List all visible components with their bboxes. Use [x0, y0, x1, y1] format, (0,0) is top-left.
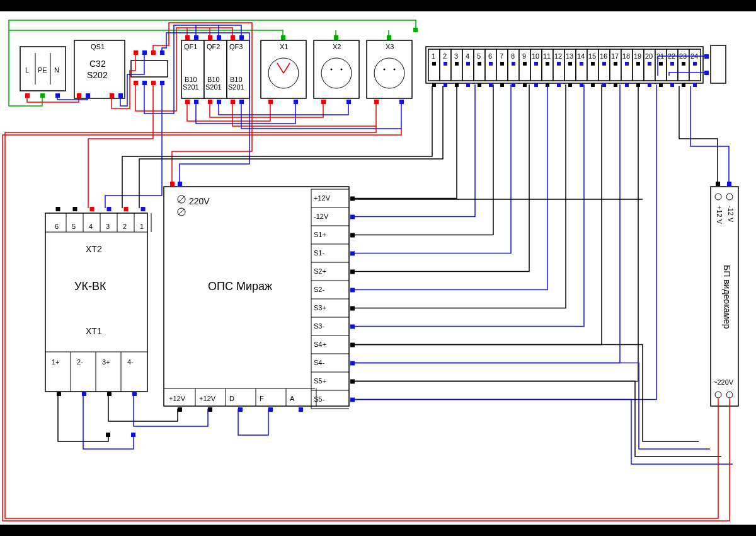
- svg-rect-119: [568, 83, 572, 87]
- svg-rect-10: [110, 93, 114, 98]
- svg-text:18: 18: [622, 52, 630, 60]
- breaker-qf1: QF1 B10 S201: [181, 35, 204, 104]
- svg-rect-182: [141, 207, 146, 211]
- svg-rect-267: [299, 407, 303, 412]
- svg-text:QF2: QF2: [207, 43, 220, 50]
- svg-text:B10: B10: [230, 76, 243, 83]
- svg-text:11: 11: [543, 52, 551, 60]
- svg-rect-78: [455, 62, 459, 66]
- svg-text:S3+: S3+: [314, 304, 326, 312]
- svg-rect-155: [670, 83, 674, 87]
- svg-rect-49: [268, 100, 273, 104]
- svg-rect-285: [131, 433, 135, 437]
- svg-text:17: 17: [611, 52, 619, 60]
- svg-rect-58: [346, 100, 351, 104]
- svg-rect-74: [444, 62, 447, 66]
- terminal-strip: 123456789101112131415161718192021222324: [426, 47, 703, 87]
- svg-rect-50: [294, 100, 298, 104]
- socket-x1: X1: [261, 35, 306, 104]
- svg-text:QF3: QF3: [229, 43, 243, 50]
- svg-text:X1: X1: [280, 43, 288, 50]
- svg-rect-65: [374, 100, 379, 104]
- svg-rect-94: [500, 62, 504, 66]
- svg-text:2-: 2-: [77, 358, 83, 366]
- svg-text:S4-: S4-: [314, 359, 324, 366]
- svg-rect-126: [591, 62, 595, 66]
- svg-rect-195: [107, 392, 112, 396]
- svg-text:S1+: S1+: [314, 231, 326, 238]
- svg-rect-28: [194, 100, 198, 104]
- svg-rect-162: [693, 62, 697, 66]
- svg-text:~220V: ~220V: [713, 378, 734, 386]
- svg-text:2: 2: [443, 52, 447, 60]
- svg-rect-146: [648, 62, 651, 66]
- svg-text:B10: B10: [185, 76, 197, 83]
- svg-text:+12V: +12V: [169, 395, 186, 402]
- svg-text:S201: S201: [205, 83, 222, 91]
- svg-text:S2+: S2+: [314, 267, 326, 275]
- svg-rect-173: [90, 207, 94, 211]
- svg-rect-284: [106, 433, 110, 437]
- svg-text:+12V: +12V: [199, 395, 216, 402]
- svg-rect-71: [432, 83, 436, 87]
- svg-rect-122: [580, 62, 583, 66]
- input-PE: PE: [38, 66, 47, 74]
- ops-name: ОПС Мираж: [208, 280, 272, 293]
- svg-rect-83: [466, 83, 470, 87]
- svg-text:15: 15: [588, 52, 596, 60]
- svg-rect-115: [557, 83, 561, 87]
- svg-rect-114: [557, 62, 561, 66]
- svg-rect-154: [670, 62, 674, 66]
- svg-rect-135: [614, 83, 617, 87]
- svg-rect-142: [636, 62, 640, 66]
- svg-rect-8: [77, 93, 81, 98]
- svg-text:10: 10: [532, 52, 539, 60]
- svg-rect-151: [659, 83, 663, 87]
- svg-rect-86: [478, 62, 481, 66]
- svg-text:QF1: QF1: [184, 43, 197, 50]
- svg-rect-159: [682, 83, 685, 87]
- svg-text:S5+: S5+: [314, 377, 326, 385]
- svg-text:3+: 3+: [102, 358, 110, 366]
- svg-text:S3-: S3-: [314, 322, 324, 330]
- svg-text:2: 2: [123, 223, 127, 230]
- svg-text:3: 3: [454, 52, 458, 60]
- qs1-id: QS1: [91, 43, 105, 50]
- svg-rect-99: [512, 83, 515, 87]
- svg-rect-118: [568, 62, 572, 66]
- svg-text:1: 1: [432, 52, 435, 60]
- breaker-qf3: QF3 B10 S201: [227, 35, 249, 104]
- svg-text:XT1: XT1: [86, 326, 102, 336]
- svg-text:S1-: S1-: [314, 249, 324, 257]
- svg-text:-12 V: -12 V: [727, 206, 735, 223]
- svg-rect-150: [659, 62, 663, 66]
- svg-text:1+: 1+: [52, 358, 60, 366]
- main-breaker: QS1 C32 S202: [74, 40, 125, 98]
- svg-rect-147: [648, 83, 651, 87]
- svg-rect-192: [82, 392, 86, 396]
- svg-rect-280: [711, 45, 726, 83]
- svg-text:S4+: S4+: [314, 341, 326, 348]
- svg-rect-130: [602, 62, 606, 66]
- svg-text:19: 19: [634, 52, 641, 60]
- ukvk-block: 654321 XT2 УК-ВК XT1 1+2-3+4-: [45, 207, 151, 396]
- svg-rect-134: [614, 62, 617, 66]
- svg-rect-283: [413, 28, 418, 32]
- svg-text:D: D: [229, 395, 234, 402]
- svg-rect-170: [73, 207, 77, 211]
- svg-text:S201: S201: [183, 83, 199, 91]
- svg-text:13: 13: [566, 52, 573, 60]
- ops-block: 220V ОПС Мираж +12V-12VS1+S1-S2+S2-S3+S3…: [164, 182, 355, 412]
- svg-rect-179: [124, 207, 129, 211]
- svg-text:6: 6: [488, 52, 492, 60]
- svg-point-62: [384, 69, 386, 71]
- svg-rect-13: [134, 50, 138, 55]
- svg-text:3: 3: [106, 223, 110, 230]
- svg-rect-87: [478, 83, 481, 87]
- svg-rect-103: [523, 83, 527, 87]
- psu-block: +12 V -12 V БП видеокамер ~220V: [711, 182, 738, 406]
- svg-rect-264: [268, 407, 273, 412]
- svg-text:6: 6: [55, 223, 59, 230]
- svg-text:7: 7: [500, 52, 503, 60]
- svg-rect-158: [682, 62, 685, 66]
